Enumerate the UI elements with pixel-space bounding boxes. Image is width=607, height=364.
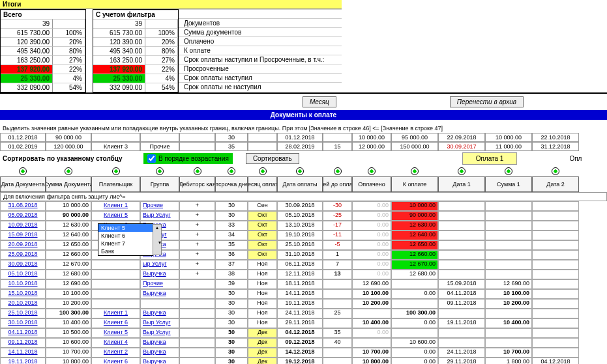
left-label: Всего <box>1 10 85 19</box>
payer-dropdown[interactable]: Клиент 5Клиент 6Клиент 7Банк ▴▾ <box>98 223 153 256</box>
sort-radio[interactable] <box>46 167 91 175</box>
column-header[interactable]: Месяц оплаты <box>248 176 277 192</box>
sort-radio[interactable] <box>0 167 46 175</box>
table-row: 05.09.201890 000.00Клиент 5Выр Услуг+30О… <box>0 211 607 221</box>
sort-radio[interactable] <box>485 167 532 175</box>
column-header[interactable]: К оплате <box>391 176 438 192</box>
column-header[interactable]: Группа <box>140 176 179 192</box>
month-button[interactable]: Месяц <box>303 96 336 107</box>
pay-right-text: Опл <box>569 155 582 162</box>
table-row: 09.11.201810 600.00Клиент 4Выручка30Дек0… <box>0 338 607 348</box>
dropdown-item[interactable]: Клиент 6 <box>98 232 153 240</box>
ascending-checkbox[interactable]: В порядке возрастания <box>143 153 233 164</box>
sort-radio[interactable] <box>179 167 215 175</box>
filter-note: Выделить значения равные указанным или п… <box>0 124 607 133</box>
sort-row: Сортировать по указанному столбцу В поря… <box>0 151 607 166</box>
sort-button[interactable]: Сортировать <box>246 153 299 164</box>
sort-radio[interactable] <box>140 167 179 175</box>
column-header[interactable]: Сумма 1 <box>485 176 532 192</box>
sort-radio[interactable] <box>323 167 352 175</box>
column-header[interactable]: Дата Документа <box>0 176 46 192</box>
table-row: 25.09.201812 660.00Выручка+36Окт31.10.20… <box>0 250 607 260</box>
sort-radio[interactable] <box>532 167 579 175</box>
column-header[interactable]: Дата 1 <box>438 176 485 192</box>
table-row: 04.11.201810 500.00Клиент 5Выр Услуг30Де… <box>0 328 607 338</box>
column-header[interactable]: Дата оплаты <box>277 176 323 192</box>
table-row: 31.08.201810 000.00Клиент 1Прочие+30Сен3… <box>0 201 607 211</box>
section-title: Документы к оплате <box>0 110 607 120</box>
column-header[interactable]: Сумма Документа <box>46 176 91 192</box>
sub-note: Для включения фильтра снять защиту лис^= <box>0 192 607 201</box>
sort-radio[interactable] <box>91 167 140 175</box>
sort-label: Сортировать по указанному столбцу <box>0 155 143 162</box>
payment-1-label: Оплата 1 <box>462 152 518 165</box>
dropdown-item[interactable]: Клиент 7 <box>98 240 153 247</box>
table-row: 25.10.2018100 300.00Клиент 1Выручка30Ноя… <box>0 309 607 318</box>
sort-radio[interactable] <box>215 167 248 175</box>
column-header[interactable]: Дней до оплаты <box>323 176 352 192</box>
table-row: 10.09.201812 630.00Клиент 6Выручка+33Окт… <box>0 221 607 231</box>
archive-button[interactable]: Перенести в архив <box>450 96 524 107</box>
sort-radio[interactable] <box>277 167 323 175</box>
totals-block: Итоги Всего 39 615 730.00100%120 390.002… <box>0 0 607 92</box>
dropdown-item[interactable]: Клиент 5 <box>98 224 153 232</box>
table-row: 19.11.201810 800.00Клиент 6Выручка30Дек1… <box>0 357 607 364</box>
table-row: 14.11.201810 700.00Клиент 2Выручка30Дек1… <box>0 348 607 357</box>
sort-radio[interactable] <box>248 167 277 175</box>
table-row: 10.10.201812 690.00Прочие39Ноя18.11.2018… <box>0 279 607 289</box>
filter-row: 01.02.2019120 000.00Клиент 3Прочие3528.0… <box>0 142 607 151</box>
column-header[interactable]: Дата 2 <box>532 176 579 192</box>
table-row: 20.10.201810 200.0030Ноя19.11.201810 200… <box>0 299 607 309</box>
filter-row: 01.12.201890 000.003001.12.201810 000.00… <box>0 133 607 142</box>
button-bar: Месяц Перенести в архив <box>0 92 607 110</box>
table-row: 20.09.201812 650.00Выручка+35Окт25.10.20… <box>0 240 607 250</box>
sort-radio[interactable] <box>438 167 485 175</box>
column-header[interactable]: Отсрочка дней <box>215 176 248 192</box>
right-label: С учетом фильтра <box>93 10 178 19</box>
radio-row <box>0 166 607 176</box>
desc-documents: Документов <box>179 18 342 27</box>
totals-title: Итоги <box>0 0 342 9</box>
table-row: 15.10.201810 100.00Выручка30Ноя14.11.201… <box>0 289 607 299</box>
sort-radio[interactable] <box>391 167 438 175</box>
data-grid: Дата ДокументаСумма ДокументаПлательщикГ… <box>0 176 607 364</box>
dropdown-scrollbar[interactable]: ▴▾ <box>153 224 162 255</box>
column-header[interactable]: Оплачено <box>352 176 391 192</box>
table-row: 05.10.201812 680.00Выручка+38Ноя12.11.20… <box>0 270 607 279</box>
column-header[interactable]: Дебиторс кая <box>179 176 215 192</box>
table-row: 15.09.201812 640.00Клиент 5ыр Услуг+34Ок… <box>0 231 607 240</box>
sort-radio[interactable] <box>352 167 391 175</box>
dropdown-item[interactable]: Банк <box>98 247 153 255</box>
table-row: 30.09.201812 670.00ыр Услуг+37Ноя06.11.2… <box>0 260 607 270</box>
table-row: 30.10.201810 400.00Клиент 6Выр Услуг30Но… <box>0 318 607 328</box>
column-header[interactable]: Плательщик <box>91 176 140 192</box>
